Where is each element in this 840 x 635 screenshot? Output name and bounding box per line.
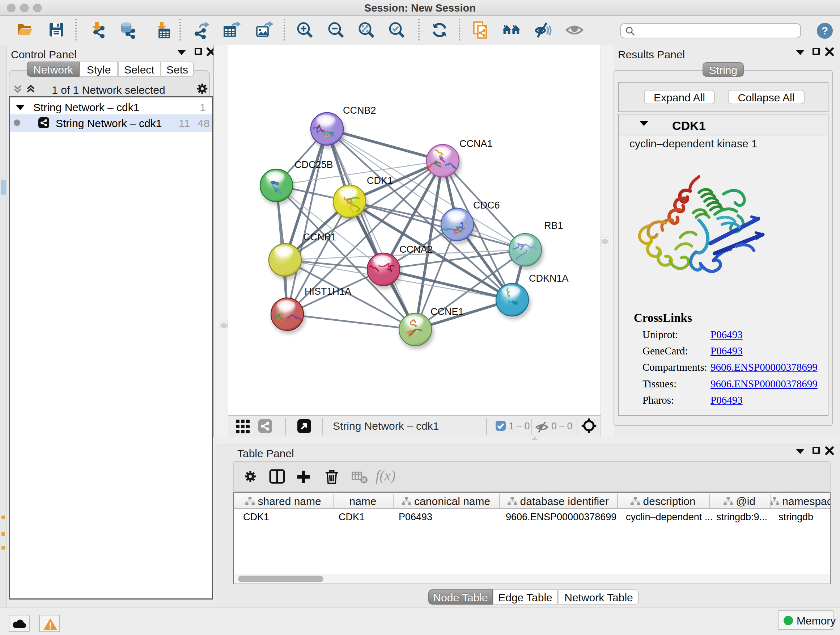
svg-text:CDKN1A: CDKN1A [529, 273, 569, 284]
svg-text:CDC6: CDC6 [473, 200, 500, 211]
svg-text:CDC25B: CDC25B [294, 159, 333, 170]
svg-text:CDK1: CDK1 [367, 175, 393, 186]
svg-text:CCNA1: CCNA1 [459, 138, 493, 149]
svg-text:CCNE1: CCNE1 [431, 306, 464, 317]
svg-text:CCNB1: CCNB1 [303, 232, 336, 242]
svg-text:CCNB2: CCNB2 [343, 105, 376, 116]
svg-text:RB1: RB1 [544, 220, 563, 231]
svg-text:HIST1H1A: HIST1H1A [305, 286, 351, 297]
svg-text:CCNA2: CCNA2 [399, 244, 433, 255]
